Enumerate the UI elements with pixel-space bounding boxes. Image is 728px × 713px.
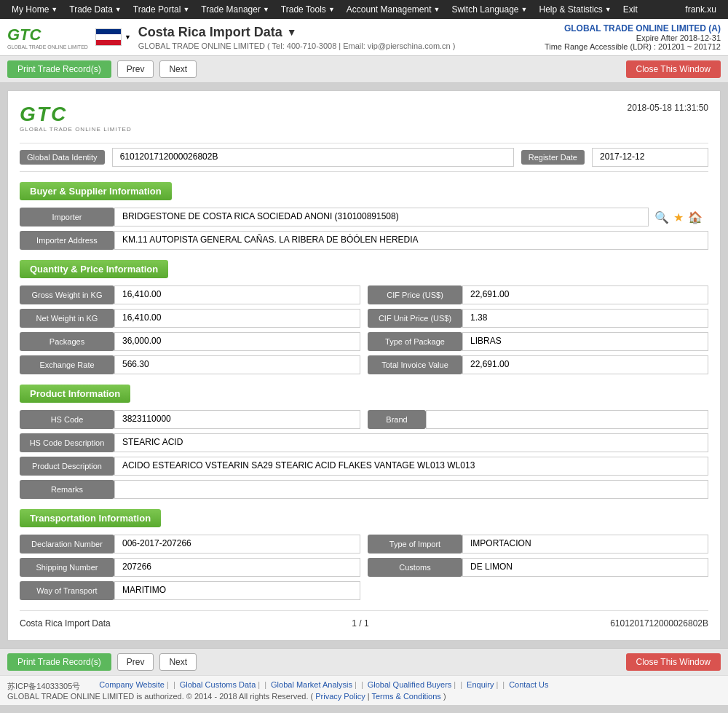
bottom-next-button[interactable]: Next xyxy=(159,653,197,671)
footer-link-global-buyers[interactable]: Global Qualified Buyers xyxy=(363,680,460,689)
footer-left: Costa Rica Import Data xyxy=(20,618,111,629)
packages-label: Packages xyxy=(20,332,114,351)
importer-address-row: Importer Address KM.11 AUTOPISTA GENERAL… xyxy=(20,231,708,250)
customs-label: Customs xyxy=(368,558,462,577)
chevron-down-icon: ▼ xyxy=(51,6,58,13)
main-content: GTC GLOBAL TRADE ONLINE LIMITED 2018-05-… xyxy=(0,83,728,648)
hs-desc-value: STEARIC ACID xyxy=(114,433,708,452)
star-icon[interactable]: ★ xyxy=(673,210,684,224)
remarks-value xyxy=(114,480,708,499)
home-icon[interactable]: 🏠 xyxy=(688,210,703,224)
footer-copyright: GLOBAL TRADE ONLINE LIMITED is authorize… xyxy=(7,692,721,701)
site-logo: GTC GLOBAL TRADE ONLINE LIMITED xyxy=(7,25,88,50)
product-section: Product Information HS Code 3823110000 B… xyxy=(20,385,708,499)
transport-row-3: Way of Transport MARITIMO xyxy=(20,581,708,600)
footer-link-contact-us[interactable]: Contact Us xyxy=(505,680,553,689)
header-subtitle: GLOBAL TRADE ONLINE LIMITED ( Tel: 400-7… xyxy=(138,42,537,50)
top-toolbar: Print Trade Record(s) Prev Next Close Th… xyxy=(0,56,728,83)
cif-price-value: 22,691.00 xyxy=(462,285,708,304)
nav-trade-tools[interactable]: Trade Tools ▼ xyxy=(275,0,341,19)
header-right-info: GLOBAL TRADE ONLINE LIMITED (A) Expire A… xyxy=(545,23,721,51)
terms-conditions-link[interactable]: Terms & Conditions xyxy=(371,692,440,701)
nav-my-home[interactable]: My Home ▼ xyxy=(6,0,63,19)
global-data-identity-value: 6101201712000026802B xyxy=(112,148,514,167)
next-button[interactable]: Next xyxy=(159,60,197,78)
privacy-policy-link[interactable]: Privacy Policy xyxy=(315,692,365,701)
logo-area: GTC GLOBAL TRADE ONLINE LIMITED xyxy=(7,25,88,50)
chevron-down-icon: ▼ xyxy=(124,34,131,41)
chevron-down-icon: ▼ xyxy=(115,6,122,13)
footer-links: Company Website | Global Customs Data | … xyxy=(95,680,553,689)
footer-link-global-market[interactable]: Global Market Analysis xyxy=(266,680,361,689)
gross-weight-label: Gross Weight in KG xyxy=(20,285,114,304)
footer-link-global-customs[interactable]: Global Customs Data xyxy=(175,680,264,689)
chevron-down-icon: ▼ xyxy=(328,6,335,13)
prod-desc-row: Product Description ACIDO ESTEARICO VSTE… xyxy=(20,457,708,476)
transport-row-2: Shipping Number 207266 Customs DE LIMON xyxy=(20,558,708,577)
print-button[interactable]: Print Trade Record(s) xyxy=(7,60,111,78)
footer-link-enquiry[interactable]: Enquiry xyxy=(462,680,502,689)
icp-number: 苏ICP备14033305号 xyxy=(7,681,80,692)
top-navigation: My Home ▼ Trade Data ▼ Trade Portal ▼ Tr… xyxy=(0,0,728,19)
gross-weight-value: 16,410.00 xyxy=(114,285,360,304)
qp-row-2: Net Weight in KG 16,410.00 CIF Unit Pric… xyxy=(20,309,708,328)
footer-link-company-website[interactable]: Company Website xyxy=(95,680,173,689)
prod-desc-value: ACIDO ESTEARICO VSTEARIN SA29 STEARIC AC… xyxy=(114,457,708,476)
importer-address-label: Importer Address xyxy=(20,231,114,250)
document-footer: Costa Rica Import Data 1 / 1 61012017120… xyxy=(20,610,708,629)
country-flag xyxy=(95,28,122,46)
company-name: GLOBAL TRADE ONLINE LIMITED (A) xyxy=(545,23,721,34)
title-dropdown-icon[interactable]: ▼ xyxy=(287,26,297,38)
chevron-down-icon: ▼ xyxy=(605,6,612,13)
exchange-rate-value: 566.30 xyxy=(114,355,360,374)
qp-row-1: Gross Weight in KG 16,410.00 CIF Price (… xyxy=(20,285,708,304)
nav-trade-data[interactable]: Trade Data ▼ xyxy=(63,0,127,19)
product-row-1: HS Code 3823110000 Brand xyxy=(20,410,708,429)
nav-help-statistics[interactable]: Help & Statistics ▼ xyxy=(533,0,617,19)
nav-account-management[interactable]: Account Management ▼ xyxy=(341,0,446,19)
way-transport-label: Way of Transport xyxy=(20,581,114,600)
decl-num-value: 006-2017-207266 xyxy=(114,535,360,554)
prev-button[interactable]: Prev xyxy=(117,60,154,78)
transportation-title: Transportation Information xyxy=(20,509,161,527)
register-date-value: 2017-12-12 xyxy=(592,148,708,167)
document-header: GTC GLOBAL TRADE ONLINE LIMITED 2018-05-… xyxy=(20,103,708,133)
nav-trade-portal[interactable]: Trade Portal ▼ xyxy=(127,0,196,19)
close-window-button[interactable]: Close This Window xyxy=(626,60,721,78)
brand-label: Brand xyxy=(368,410,426,429)
bottom-print-button[interactable]: Print Trade Record(s) xyxy=(7,653,111,671)
chevron-down-icon: ▼ xyxy=(521,6,528,13)
packages-value: 36,000.00 xyxy=(114,332,360,351)
document-card: GTC GLOBAL TRADE ONLINE LIMITED 2018-05-… xyxy=(7,90,721,641)
prod-desc-label: Product Description xyxy=(20,457,114,476)
header-bar: GTC GLOBAL TRADE ONLINE LIMITED ▼ Costa … xyxy=(0,19,728,56)
remarks-label: Remarks xyxy=(20,480,114,499)
document-timestamp: 2018-05-18 11:31:50 xyxy=(628,103,708,113)
nav-trade-manager[interactable]: Trade Manager ▼ xyxy=(195,0,275,19)
qp-row-3: Packages 36,000.00 Type of Package LIBRA… xyxy=(20,332,708,351)
expire-date: Expire After 2018-12-31 xyxy=(545,34,721,42)
type-package-label: Type of Package xyxy=(368,332,462,351)
chevron-down-icon: ▼ xyxy=(263,6,269,13)
search-icon[interactable]: 🔍 xyxy=(654,210,669,224)
importer-value: BRIDGESTONE DE COSTA RICA SOCIEDAD ANONI… xyxy=(114,208,649,226)
buyer-supplier-title: Buyer & Supplier Information xyxy=(20,182,172,200)
quantity-price-title: Quantity & Price Information xyxy=(20,260,168,278)
bottom-close-window-button[interactable]: Close This Window xyxy=(626,653,721,671)
type-import-label: Type of Import xyxy=(368,535,462,554)
net-weight-value: 16,410.00 xyxy=(114,309,360,328)
document-logo: GTC GLOBAL TRADE ONLINE LIMITED xyxy=(20,103,132,133)
importer-address-value: KM.11 AUTOPISTA GENERAL CAÑAS. LA RIBERA… xyxy=(114,231,708,250)
remarks-row: Remarks xyxy=(20,480,708,499)
shipping-num-value: 207266 xyxy=(114,558,360,577)
footer-area: 苏ICP备14033305号 Company Website | Global … xyxy=(0,675,728,705)
cif-unit-price-label: CIF Unit Price (US$) xyxy=(368,309,462,328)
shipping-num-label: Shipping Number xyxy=(20,558,114,577)
nav-user: frank.xu xyxy=(679,0,722,19)
header-title-area: Costa Rica Import Data ▼ GLOBAL TRADE ON… xyxy=(138,25,537,50)
bottom-prev-button[interactable]: Prev xyxy=(117,653,154,671)
brand-value xyxy=(426,410,708,429)
nav-exit[interactable]: Exit xyxy=(617,0,644,19)
exchange-rate-label: Exchange Rate xyxy=(20,355,114,374)
nav-switch-language[interactable]: Switch Language ▼ xyxy=(446,0,533,19)
